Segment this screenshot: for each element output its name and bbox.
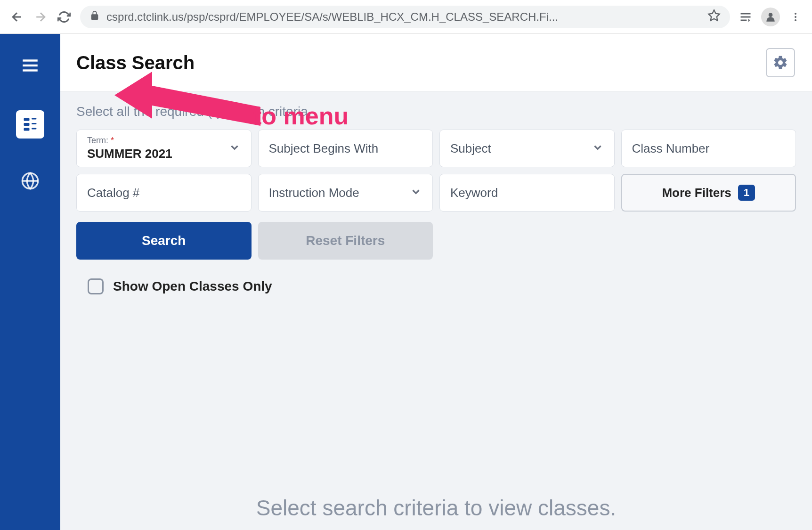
show-open-label: Show Open Classes Only [113,279,272,294]
svg-rect-12 [24,123,30,126]
reset-filters-button[interactable]: Reset Filters [258,222,433,260]
subject-select[interactable]: Subject [439,130,615,167]
profile-avatar[interactable] [761,8,780,26]
app-container: Class Search Select all the required (*)… [0,34,812,530]
star-icon[interactable] [707,9,721,25]
page-title: Class Search [76,52,195,73]
browser-toolbar: csprd.ctclink.us/psp/csprd/EMPLOYEE/SA/s… [0,0,812,34]
subject-begins-placeholder: Subject Begins With [269,141,379,156]
lock-icon [89,10,100,24]
term-required: * [111,136,114,145]
action-button-row: Search Reset Filters [76,222,796,260]
chevron-down-icon [410,186,422,200]
main-area: Class Search Select all the required (*)… [60,34,812,530]
subject-placeholder: Subject [450,141,491,156]
instructions-text: Select all the required (*) search crite… [76,104,796,119]
globe-icon[interactable] [21,171,40,192]
svg-point-6 [795,16,796,18]
reading-list-icon[interactable] [739,10,753,24]
chevron-down-icon [592,141,604,155]
term-select[interactable]: Term: * SUMMER 2021 [76,130,252,167]
url-bar[interactable]: csprd.ctclink.us/psp/csprd/EMPLOYEE/SA/s… [80,6,730,28]
sidebar-item-class-search[interactable] [16,110,44,139]
svg-rect-15 [32,123,37,124]
catalog-placeholder: Catalog # [87,186,139,200]
settings-button[interactable] [766,48,795,77]
gear-icon [772,55,788,71]
svg-rect-11 [24,118,30,121]
term-value: SUMMER 2021 [87,147,172,161]
instruction-mode-placeholder: Instruction Mode [269,186,359,200]
empty-state-text: Select search criteria to view classes. [60,495,812,521]
svg-point-7 [795,19,796,21]
more-filters-badge: 1 [738,185,755,201]
class-number-input[interactable]: Class Number [621,130,796,167]
content-area: Select all the required (*) search crite… [60,92,812,530]
sidebar [0,34,60,530]
svg-point-4 [769,13,773,17]
svg-rect-16 [32,128,37,130]
more-filters-label: More Filters [662,186,731,200]
keyword-placeholder: Keyword [450,186,498,200]
filter-grid: Term: * SUMMER 2021 Subject Begins With … [76,130,796,212]
svg-point-5 [795,13,796,15]
keyword-input[interactable]: Keyword [439,174,615,212]
back-button[interactable] [9,9,24,24]
svg-marker-0 [708,10,719,20]
hamburger-menu-icon[interactable] [20,56,40,77]
reload-button[interactable] [57,9,72,24]
search-button[interactable]: Search [76,222,252,260]
page-header: Class Search [60,34,812,92]
class-number-placeholder: Class Number [632,141,710,156]
show-open-checkbox[interactable] [88,278,104,294]
svg-rect-13 [24,128,30,131]
url-text: csprd.ctclink.us/psp/csprd/EMPLOYEE/SA/s… [106,10,701,24]
catalog-input[interactable]: Catalog # [76,174,252,212]
instruction-mode-select[interactable]: Instruction Mode [258,174,433,212]
more-filters-button[interactable]: More Filters 1 [621,174,796,212]
svg-rect-14 [32,118,37,120]
subject-begins-input[interactable]: Subject Begins With [258,130,433,167]
show-open-row: Show Open Classes Only [76,278,796,294]
chevron-down-icon [228,141,241,155]
kebab-menu-icon[interactable] [788,10,803,24]
term-label: Term: [87,136,108,145]
forward-button[interactable] [33,9,48,24]
